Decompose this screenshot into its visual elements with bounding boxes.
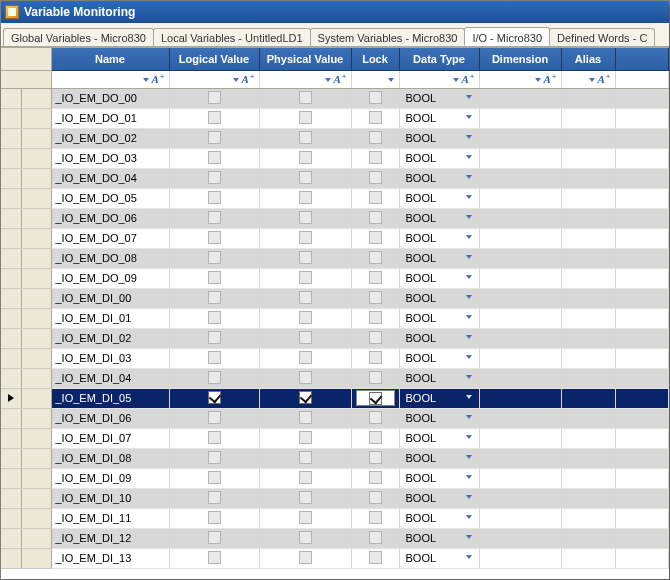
checkbox-physical[interactable]	[299, 471, 312, 484]
cell-dimension[interactable]	[479, 308, 561, 328]
table-row[interactable]: _IO_EM_DI_13BOOL	[1, 548, 669, 568]
checkbox-logical[interactable]	[208, 351, 221, 364]
cell-physical[interactable]	[259, 268, 351, 288]
chevron-down-icon[interactable]	[466, 475, 473, 482]
cell-datatype[interactable]: BOOL	[399, 268, 479, 288]
cell-physical[interactable]	[259, 108, 351, 128]
cell-alias[interactable]	[561, 188, 615, 208]
table-row[interactable]: _IO_EM_DO_08BOOL	[1, 248, 669, 268]
cell-name[interactable]: _IO_EM_DI_04	[51, 368, 169, 388]
cell-logical[interactable]	[169, 528, 259, 548]
chevron-down-icon[interactable]	[466, 275, 473, 282]
cell-dimension[interactable]	[479, 488, 561, 508]
chevron-down-icon[interactable]	[466, 515, 473, 522]
checkbox-logical[interactable]	[208, 291, 221, 304]
cell-lock[interactable]	[351, 188, 399, 208]
cell-dimension[interactable]	[479, 148, 561, 168]
cell-dimension[interactable]	[479, 288, 561, 308]
col-physical[interactable]: Physical Value	[259, 48, 351, 70]
cell-name[interactable]: _IO_EM_DO_01	[51, 108, 169, 128]
checkbox-logical[interactable]	[208, 371, 221, 384]
table-row[interactable]: _IO_EM_DO_09BOOL	[1, 268, 669, 288]
cell-lock[interactable]	[351, 368, 399, 388]
checkbox-lock[interactable]	[369, 551, 382, 564]
cell-lock[interactable]	[351, 88, 399, 108]
cell-alias[interactable]	[561, 468, 615, 488]
table-row[interactable]: _IO_EM_DO_06BOOL	[1, 208, 669, 228]
cell-dimension[interactable]	[479, 408, 561, 428]
cell-name[interactable]: _IO_EM_DO_09	[51, 268, 169, 288]
cell-physical[interactable]	[259, 148, 351, 168]
chevron-down-icon[interactable]	[466, 415, 473, 422]
table-row[interactable]: _IO_EM_DO_02BOOL	[1, 128, 669, 148]
checkbox-physical[interactable]	[299, 371, 312, 384]
cell-alias[interactable]	[561, 288, 615, 308]
chevron-down-icon[interactable]	[466, 155, 473, 162]
table-row[interactable]: _IO_EM_DI_06BOOL	[1, 408, 669, 428]
cell-dimension[interactable]	[479, 428, 561, 448]
cell-name[interactable]: _IO_EM_DO_04	[51, 168, 169, 188]
checkbox-physical[interactable]	[299, 151, 312, 164]
cell-lock[interactable]	[351, 408, 399, 428]
cell-name[interactable]: _IO_EM_DO_06	[51, 208, 169, 228]
col-alias[interactable]: Alias	[561, 48, 615, 70]
cell-lock[interactable]	[351, 428, 399, 448]
cell-datatype[interactable]: BOOL	[399, 528, 479, 548]
cell-physical[interactable]	[259, 488, 351, 508]
checkbox-logical[interactable]	[208, 131, 221, 144]
cell-logical[interactable]	[169, 128, 259, 148]
cell-logical[interactable]	[169, 468, 259, 488]
cell-alias[interactable]	[561, 488, 615, 508]
cell-lock[interactable]	[351, 388, 399, 408]
checkbox-lock[interactable]	[369, 311, 382, 324]
checkbox-physical[interactable]	[299, 331, 312, 344]
cell-lock[interactable]	[351, 508, 399, 528]
col-lock[interactable]: Lock	[351, 48, 399, 70]
checkbox-physical[interactable]	[299, 231, 312, 244]
cell-alias[interactable]	[561, 148, 615, 168]
cell-datatype[interactable]: BOOL	[399, 428, 479, 448]
cell-dimension[interactable]	[479, 388, 561, 408]
cell-lock[interactable]	[351, 348, 399, 368]
col-dimension[interactable]: Dimension	[479, 48, 561, 70]
cell-logical[interactable]	[169, 288, 259, 308]
cell-physical[interactable]	[259, 548, 351, 568]
cell-alias[interactable]	[561, 88, 615, 108]
checkbox-logical[interactable]	[208, 471, 221, 484]
cell-datatype[interactable]: BOOL	[399, 188, 479, 208]
chevron-down-icon[interactable]	[466, 175, 473, 182]
cell-logical[interactable]	[169, 388, 259, 408]
cell-datatype[interactable]: BOOL	[399, 148, 479, 168]
cell-physical[interactable]	[259, 368, 351, 388]
checkbox-physical[interactable]	[299, 171, 312, 184]
table-row[interactable]: _IO_EM_DI_03BOOL	[1, 348, 669, 368]
checkbox-lock[interactable]	[369, 471, 382, 484]
cell-name[interactable]: _IO_EM_DI_10	[51, 488, 169, 508]
cell-datatype[interactable]: BOOL	[399, 208, 479, 228]
cell-dimension[interactable]	[479, 328, 561, 348]
cell-logical[interactable]	[169, 228, 259, 248]
cell-datatype[interactable]: BOOL	[399, 288, 479, 308]
cell-physical[interactable]	[259, 448, 351, 468]
cell-logical[interactable]	[169, 168, 259, 188]
cell-physical[interactable]	[259, 208, 351, 228]
cell-logical[interactable]	[169, 108, 259, 128]
checkbox-lock[interactable]	[369, 231, 382, 244]
checkbox-logical[interactable]	[208, 151, 221, 164]
cell-name[interactable]: _IO_EM_DI_01	[51, 308, 169, 328]
cell-logical[interactable]	[169, 488, 259, 508]
cell-physical[interactable]	[259, 248, 351, 268]
cell-logical[interactable]	[169, 88, 259, 108]
cell-dimension[interactable]	[479, 348, 561, 368]
checkbox-lock[interactable]	[369, 91, 382, 104]
cell-datatype[interactable]: BOOL	[399, 388, 479, 408]
checkbox-physical[interactable]	[299, 491, 312, 504]
cell-dimension[interactable]	[479, 108, 561, 128]
checkbox-lock[interactable]	[369, 392, 382, 405]
cell-lock[interactable]	[351, 268, 399, 288]
table-row[interactable]: _IO_EM_DI_07BOOL	[1, 428, 669, 448]
checkbox-lock[interactable]	[369, 111, 382, 124]
col-logical[interactable]: Logical Value	[169, 48, 259, 70]
checkbox-physical[interactable]	[299, 351, 312, 364]
cell-dimension[interactable]	[479, 508, 561, 528]
